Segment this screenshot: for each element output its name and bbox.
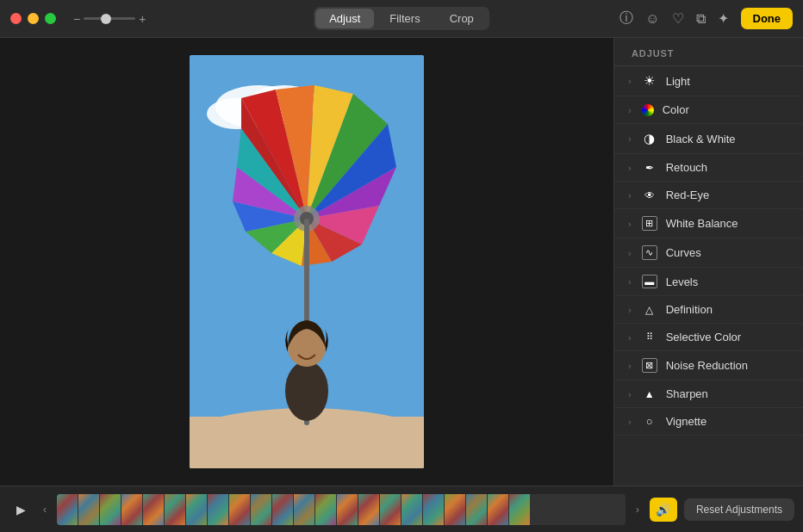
volume-button[interactable]: 🔊 bbox=[650, 498, 677, 522]
smiley-icon[interactable]: ☺ bbox=[645, 11, 659, 27]
adjust-item-wb[interactable]: › ⊞ White Balance bbox=[614, 209, 803, 238]
film-frame bbox=[208, 494, 228, 525]
definition-icon: △ bbox=[642, 304, 657, 316]
tab-group: Adjust Filters Crop bbox=[314, 7, 489, 30]
chevron-icon: › bbox=[628, 361, 632, 371]
sun-icon: ☀ bbox=[642, 73, 657, 89]
maximize-button[interactable] bbox=[45, 13, 56, 24]
adjust-label: Red-Eye bbox=[666, 189, 710, 201]
adjust-item-redeye[interactable]: › 👁 Red-Eye bbox=[614, 182, 803, 209]
right-panel: ADJUST › ☀ Light › Color › ◑ Black & Whi… bbox=[613, 38, 803, 486]
filmstrip-frames bbox=[57, 494, 530, 525]
film-frame bbox=[315, 494, 336, 525]
film-frame bbox=[466, 494, 487, 525]
slider-track[interactable] bbox=[84, 17, 135, 20]
play-button[interactable]: ▶ bbox=[9, 498, 33, 522]
adjust-item-curves[interactable]: › ∿ Curves bbox=[614, 238, 803, 268]
done-button[interactable]: Done bbox=[741, 8, 794, 29]
svg-point-9 bbox=[285, 361, 328, 421]
adjust-item-levels[interactable]: › ▬ Levels bbox=[614, 268, 803, 296]
adjust-label: Vignette bbox=[666, 415, 707, 428]
film-frame bbox=[402, 494, 422, 525]
zoom-plus-icon[interactable]: + bbox=[139, 12, 146, 26]
adjust-item-bw[interactable]: › ◑ Black & White bbox=[614, 124, 803, 154]
adjust-item-definition[interactable]: › △ Definition bbox=[614, 296, 803, 324]
slider-thumb[interactable] bbox=[101, 14, 111, 24]
tab-adjust[interactable]: Adjust bbox=[315, 9, 374, 28]
adjust-item-vignette[interactable]: › ○ Vignette bbox=[614, 408, 803, 436]
chevron-icon: › bbox=[628, 133, 632, 144]
filmstrip-nav-right[interactable]: › bbox=[632, 504, 643, 516]
panel-header: ADJUST bbox=[614, 38, 803, 66]
vignette-icon: ○ bbox=[642, 415, 657, 428]
film-frame bbox=[380, 494, 401, 525]
adjust-item-color[interactable]: › Color bbox=[614, 96, 803, 124]
film-frame bbox=[358, 494, 379, 525]
chevron-icon: › bbox=[628, 76, 632, 86]
adjust-item-retouch[interactable]: › ✒ Retouch bbox=[614, 154, 803, 182]
close-button[interactable] bbox=[10, 13, 22, 24]
film-frame bbox=[294, 494, 314, 525]
main-content: ADJUST › ☀ Light › Color › ◑ Black & Whi… bbox=[0, 38, 803, 486]
film-frame bbox=[78, 494, 99, 525]
info-icon[interactable]: ⓘ bbox=[619, 9, 633, 28]
film-frame bbox=[509, 494, 530, 525]
chevron-icon: › bbox=[628, 163, 632, 173]
film-frame bbox=[121, 494, 142, 525]
adjust-label: Light bbox=[666, 75, 690, 88]
film-frame bbox=[229, 494, 250, 525]
photo-image bbox=[190, 55, 424, 468]
adjust-label: Black & White bbox=[666, 133, 736, 145]
film-frame bbox=[186, 494, 207, 525]
adjust-item-light[interactable]: › ☀ Light bbox=[614, 66, 803, 96]
film-frame bbox=[423, 494, 444, 525]
film-frame bbox=[100, 494, 121, 525]
bottom-bar: ▶ ‹ › 🔊 Res bbox=[0, 486, 803, 532]
selective-color-icon: ⠿ bbox=[642, 331, 657, 343]
adjust-label: Definition bbox=[666, 303, 713, 316]
film-frame bbox=[143, 494, 164, 525]
film-frame bbox=[272, 494, 293, 525]
color-icon bbox=[642, 104, 654, 116]
wb-icon: ⊞ bbox=[642, 216, 657, 231]
filmstrip[interactable] bbox=[57, 494, 626, 525]
bw-icon: ◑ bbox=[642, 131, 657, 146]
chevron-icon: › bbox=[628, 190, 632, 201]
tab-crop[interactable]: Crop bbox=[436, 9, 488, 28]
chevron-icon: › bbox=[628, 389, 632, 399]
adjust-item-selective-color[interactable]: › ⠿ Selective Color bbox=[614, 324, 803, 351]
adjust-label: Selective Color bbox=[666, 331, 741, 343]
reset-adjustments-button[interactable]: Reset Adjustments bbox=[684, 498, 794, 521]
adjust-label: Color bbox=[663, 103, 689, 116]
chevron-icon: › bbox=[628, 276, 632, 287]
adjust-label: Sharpen bbox=[666, 387, 708, 400]
adjust-item-noise-reduction[interactable]: › ⊠ Noise Reduction bbox=[614, 351, 803, 380]
adjust-item-sharpen[interactable]: › ▲ Sharpen bbox=[614, 380, 803, 408]
zoom-slider[interactable]: − + bbox=[73, 12, 146, 26]
heart-icon[interactable]: ♡ bbox=[672, 10, 684, 27]
chevron-icon: › bbox=[628, 417, 632, 427]
adjust-label: Noise Reduction bbox=[666, 359, 748, 372]
toolbar-right: ⓘ ☺ ♡ ⧉ ✦ Done bbox=[619, 8, 793, 29]
curves-icon: ∿ bbox=[642, 245, 657, 260]
traffic-lights bbox=[10, 13, 56, 24]
photo-area bbox=[0, 38, 613, 486]
minimize-button[interactable] bbox=[28, 13, 39, 24]
tab-filters[interactable]: Filters bbox=[376, 9, 433, 28]
film-frame bbox=[488, 494, 508, 525]
duplicate-icon[interactable]: ⧉ bbox=[696, 11, 706, 27]
wand-icon[interactable]: ✦ bbox=[718, 10, 729, 27]
adjust-label: White Balance bbox=[666, 217, 738, 230]
chevron-icon: › bbox=[628, 248, 632, 258]
film-frame bbox=[445, 494, 465, 525]
redeye-icon: 👁 bbox=[642, 189, 657, 201]
levels-icon: ▬ bbox=[642, 275, 657, 288]
chevron-icon: › bbox=[628, 105, 632, 115]
chevron-icon: › bbox=[628, 305, 632, 315]
sharpen-icon: ▲ bbox=[642, 388, 657, 400]
zoom-minus-icon[interactable]: − bbox=[73, 12, 80, 26]
film-frame bbox=[337, 494, 358, 525]
adjust-label: Retouch bbox=[666, 161, 707, 174]
titlebar: − + Adjust Filters Crop ⓘ ☺ ♡ ⧉ ✦ Done bbox=[0, 0, 803, 38]
filmstrip-nav-left[interactable]: ‹ bbox=[40, 504, 50, 516]
